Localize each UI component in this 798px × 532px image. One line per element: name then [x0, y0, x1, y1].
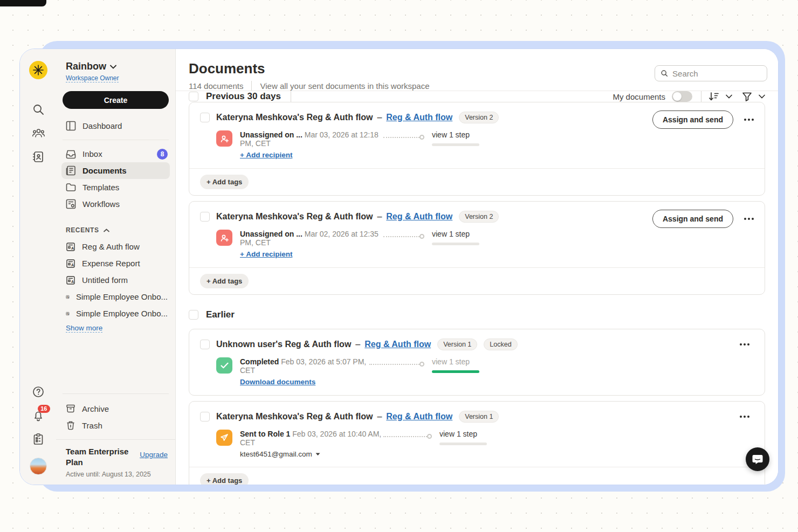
upgrade-link[interactable]: Upgrade	[140, 451, 168, 459]
create-button[interactable]: Create	[63, 91, 169, 109]
document-card: Kateryna Meshkova's Reg & Auth flow – Re…	[189, 102, 765, 196]
filter-funnel-icon	[742, 92, 752, 102]
add-recipient-link[interactable]: + Add recipient	[240, 250, 292, 258]
view-steps-link[interactable]: view 1 step	[432, 230, 486, 238]
more-options-icon[interactable]	[743, 115, 755, 124]
document-list: Kateryna Meshkova's Reg & Auth flow – Re…	[176, 102, 778, 485]
progress-leader	[383, 234, 424, 239]
form-doc-icon: A	[66, 242, 75, 252]
sidebar-item-templates[interactable]: Templates	[56, 179, 175, 196]
screen-corner-bar	[0, 0, 46, 6]
search-input[interactable]	[672, 69, 761, 78]
sidebar-item-dashboard[interactable]: Dashboard	[56, 118, 175, 134]
progress-leader	[369, 362, 424, 367]
template-link[interactable]: Reg & Auth flow	[364, 340, 431, 349]
recipient-email-dropdown[interactable]: ktest6451@gmail.com	[240, 450, 383, 458]
view-steps-link[interactable]: view 1 step	[439, 430, 493, 438]
assign-and-send-button[interactable]: Assign and send	[652, 210, 733, 228]
chevron-down-icon[interactable]	[759, 94, 765, 99]
icon-rail: 16	[20, 49, 56, 485]
document-title: Unknown user's Reg & Auth flow	[216, 340, 351, 349]
add-recipient-link[interactable]: + Add recipient	[240, 151, 292, 159]
forms-clipboard-icon[interactable]	[32, 433, 45, 446]
workflows-icon	[66, 199, 76, 209]
more-options-icon[interactable]	[743, 215, 755, 223]
recents-header[interactable]: RECENTS	[56, 226, 175, 234]
sidebar-item-archive[interactable]: Archive	[56, 400, 175, 417]
recent-item[interactable]: A Reg & Auth flow	[56, 238, 175, 255]
recent-item-label: Simple Employee Onbo...	[76, 292, 168, 301]
inbox-icon	[66, 149, 76, 159]
svg-text:A: A	[68, 296, 69, 298]
svg-text:A: A	[71, 280, 74, 284]
form-doc-icon: A	[66, 275, 75, 285]
document-checkbox[interactable]	[200, 412, 210, 422]
recent-item[interactable]: A Simple Employee Onbo...	[56, 305, 175, 322]
completed-status-icon	[216, 357, 232, 374]
my-documents-label: My documents	[613, 92, 665, 101]
sidebar-item-trash[interactable]: Trash	[56, 417, 175, 434]
form-doc-icon: A	[66, 259, 75, 268]
group-header-earlier: Earlier	[206, 309, 235, 320]
title-dash: –	[377, 113, 382, 122]
chat-bubble-icon	[752, 453, 763, 465]
workspace-switcher[interactable]: Rainbow	[66, 61, 168, 72]
sidebar-item-label: Trash	[82, 421, 102, 430]
templates-folder-icon	[66, 182, 76, 192]
progress-leader	[383, 434, 432, 439]
workspace-logo[interactable]	[29, 61, 47, 79]
help-icon[interactable]	[32, 385, 45, 398]
template-link[interactable]: Reg & Auth flow	[386, 412, 452, 422]
add-tags-button[interactable]: + Add tags	[200, 274, 249, 288]
version-badge: Version 2	[459, 112, 499, 123]
dashboard-icon	[66, 121, 76, 131]
sidebar-item-label: Documents	[82, 166, 127, 175]
document-checkbox[interactable]	[200, 340, 210, 349]
chat-support-button[interactable]	[746, 447, 769, 471]
progress-bar	[432, 243, 479, 245]
add-tags-button[interactable]: + Add tags	[200, 175, 249, 189]
search-icon[interactable]	[32, 103, 45, 116]
divider	[63, 393, 169, 394]
show-more-link[interactable]: Show more	[66, 324, 102, 333]
view-steps-link[interactable]: view 1 step	[432, 130, 486, 139]
template-link[interactable]: Reg & Auth flow	[386, 113, 452, 122]
recent-item[interactable]: A Simple Employee Onbo...	[56, 288, 175, 305]
filter-button[interactable]	[742, 92, 752, 102]
add-tags-button[interactable]: + Add tags	[200, 473, 249, 485]
sidebar-item-inbox[interactable]: Inbox 8	[56, 146, 175, 162]
template-link[interactable]: Reg & Auth flow	[386, 212, 452, 222]
document-checkbox[interactable]	[200, 212, 210, 222]
select-group-checkbox[interactable]	[189, 310, 198, 320]
sort-button[interactable]	[708, 91, 719, 102]
svg-text:A: A	[71, 246, 74, 250]
status-label: Unassigned on ...	[240, 230, 302, 238]
status-label: Sent to Role 1	[240, 430, 290, 438]
more-options-icon[interactable]	[739, 340, 751, 349]
recent-item[interactable]: A Untitled form	[56, 272, 175, 288]
svg-text:A: A	[71, 263, 74, 267]
view-steps-link[interactable]: view 1 step	[432, 357, 486, 366]
my-documents-toggle[interactable]	[672, 91, 692, 102]
document-checkbox[interactable]	[200, 113, 210, 122]
workspace-role-link[interactable]: Workspace Owner	[66, 74, 119, 82]
team-members-icon[interactable]	[32, 127, 45, 140]
documents-icon	[66, 165, 76, 176]
sidebar-item-label: Templates	[82, 183, 119, 192]
progress-bar	[432, 370, 479, 373]
chevron-down-icon[interactable]	[726, 94, 732, 99]
sidebar-item-documents[interactable]: Documents	[61, 162, 170, 179]
sidebar-item-workflows[interactable]: Workflows	[56, 196, 175, 212]
download-documents-link[interactable]: Download documents	[240, 378, 315, 386]
more-options-icon[interactable]	[739, 412, 751, 421]
progress-leader	[383, 135, 424, 140]
search-field[interactable]	[655, 65, 767, 81]
user-avatar[interactable]	[30, 458, 47, 475]
contacts-icon[interactable]	[32, 150, 45, 163]
main-content: Documents 114 documents View all your se…	[176, 49, 778, 485]
notifications-bell-icon[interactable]: 16	[32, 409, 45, 422]
select-group-checkbox[interactable]	[189, 92, 198, 101]
assign-and-send-button[interactable]: Assign and send	[652, 110, 733, 129]
recent-item[interactable]: A Expense Report	[56, 255, 175, 272]
title-dash: –	[377, 412, 382, 422]
